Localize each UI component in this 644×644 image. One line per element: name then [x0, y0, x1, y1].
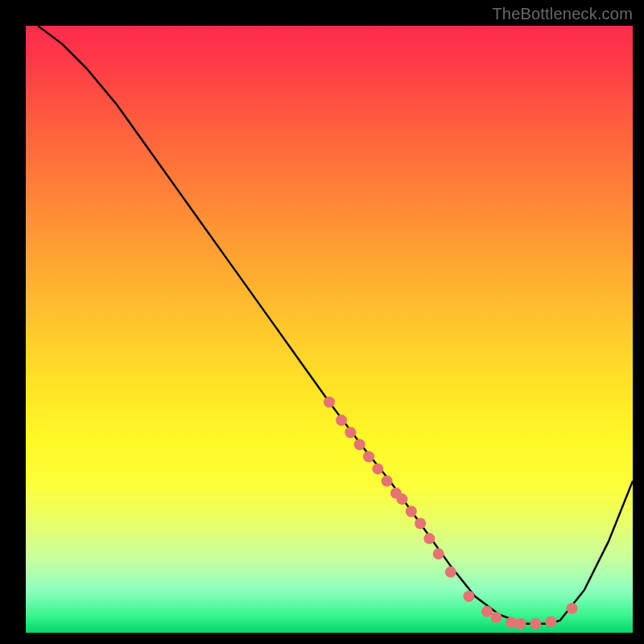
- data-point: [567, 603, 578, 614]
- data-point: [336, 415, 347, 426]
- data-point: [545, 616, 556, 627]
- data-point: [397, 493, 408, 505]
- data-point: [433, 548, 444, 559]
- curve-markers: [324, 397, 578, 630]
- data-point: [515, 618, 526, 630]
- data-point: [324, 397, 335, 408]
- chart-svg: [26, 26, 633, 633]
- chart-plot-area: [26, 26, 633, 633]
- data-point: [445, 567, 456, 578]
- data-point: [481, 606, 493, 617]
- data-point: [363, 451, 374, 462]
- curve-line: [38, 26, 633, 624]
- data-point: [530, 618, 541, 630]
- data-point: [345, 427, 356, 438]
- watermark-text: TheBottleneck.com: [492, 5, 633, 23]
- data-point: [463, 591, 474, 602]
- data-point: [382, 476, 393, 487]
- data-point: [423, 533, 435, 544]
- data-point: [490, 612, 502, 623]
- data-point: [354, 439, 365, 450]
- data-point: [372, 463, 383, 474]
- data-point: [415, 518, 426, 529]
- data-point: [406, 506, 417, 517]
